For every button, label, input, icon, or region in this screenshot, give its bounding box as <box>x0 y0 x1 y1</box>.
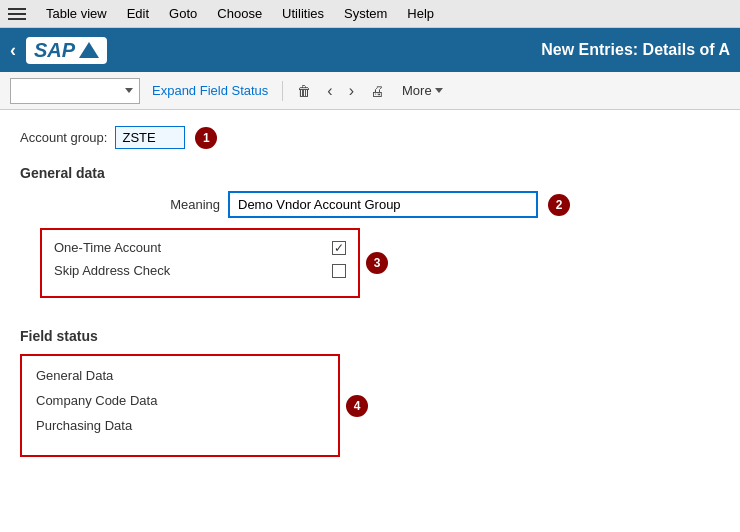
account-group-label: Account group: <box>20 130 107 145</box>
badge-2: 2 <box>548 194 570 216</box>
one-time-account-checkbox[interactable]: ✓ <box>332 241 346 255</box>
skip-address-checkbox[interactable] <box>332 264 346 278</box>
more-label: More <box>402 83 432 98</box>
field-status-box: General Data Company Code Data Purchasin… <box>20 354 340 457</box>
menu-help[interactable]: Help <box>399 4 442 23</box>
one-time-account-row: One-Time Account ✓ <box>54 240 346 255</box>
delete-icon[interactable]: 🗑 <box>293 81 315 101</box>
menu-goto[interactable]: Goto <box>161 4 205 23</box>
menu-utilities[interactable]: Utilities <box>274 4 332 23</box>
meaning-label: Meaning <box>20 197 220 212</box>
toolbar-dropdown[interactable] <box>10 78 140 104</box>
expand-field-status-button[interactable]: Expand Field Status <box>148 81 272 100</box>
account-group-row: Account group: 1 <box>20 126 720 149</box>
field-status-general-data[interactable]: General Data <box>36 368 324 383</box>
sap-logo-text: SAP <box>34 39 75 62</box>
account-group-input[interactable] <box>115 126 185 149</box>
badge-1: 1 <box>195 127 217 149</box>
field-status-company-code[interactable]: Company Code Data <box>36 393 324 408</box>
checkmark-icon: ✓ <box>334 241 344 255</box>
field-status-section: Field status General Data Company Code D… <box>20 328 720 457</box>
nav-prev-button[interactable]: ‹ <box>323 81 336 101</box>
checkbox-section: One-Time Account ✓ Skip Address Check 3 <box>40 228 360 298</box>
menu-choose[interactable]: Choose <box>209 4 270 23</box>
hamburger-icon[interactable] <box>8 8 26 20</box>
badge-4: 4 <box>346 395 368 417</box>
meaning-row: Meaning 2 <box>20 191 720 218</box>
menu-system[interactable]: System <box>336 4 395 23</box>
chevron-down-icon <box>125 88 133 93</box>
toolbar: Expand Field Status 🗑 ‹ › 🖨 More <box>0 72 740 110</box>
content-area: Account group: 1 General data Meaning 2 … <box>0 110 740 469</box>
toolbar-separator <box>282 81 283 101</box>
badge-3: 3 <box>366 252 388 274</box>
skip-address-row: Skip Address Check <box>54 263 346 278</box>
one-time-account-label: One-Time Account <box>54 240 272 255</box>
menu-table-view[interactable]: Table view <box>38 4 115 23</box>
back-button[interactable]: ‹ <box>10 40 16 61</box>
sap-logo-triangle <box>79 42 99 58</box>
more-button[interactable]: More <box>396 81 449 100</box>
general-data-section: General data Meaning 2 One-Time Account … <box>20 165 720 308</box>
print-icon[interactable]: 🖨 <box>366 81 388 101</box>
menu-bar: Table view Edit Goto Choose Utilities Sy… <box>0 0 740 28</box>
chevron-down-icon <box>435 88 443 93</box>
skip-address-label: Skip Address Check <box>54 263 272 278</box>
header-bar: ‹ SAP New Entries: Details of A <box>0 28 740 72</box>
menu-edit[interactable]: Edit <box>119 4 157 23</box>
field-status-heading: Field status <box>20 328 720 344</box>
general-data-heading: General data <box>20 165 720 181</box>
meaning-input[interactable] <box>228 191 538 218</box>
page-title: New Entries: Details of A <box>541 41 730 59</box>
nav-next-button[interactable]: › <box>345 81 358 101</box>
field-status-purchasing[interactable]: Purchasing Data <box>36 418 324 433</box>
sap-logo: SAP <box>26 37 107 64</box>
